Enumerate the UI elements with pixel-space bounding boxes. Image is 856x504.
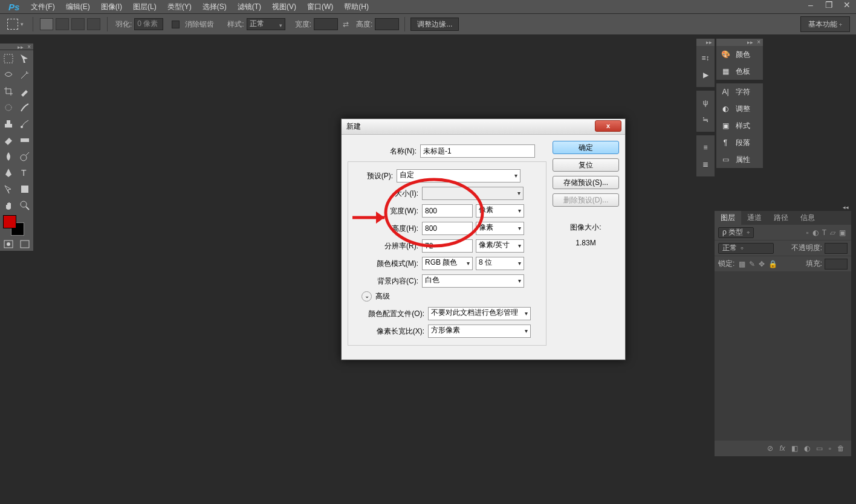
menu-window[interactable]: 窗口(W) xyxy=(307,2,333,12)
heal-tool[interactable] xyxy=(0,99,16,115)
wand-tool[interactable] xyxy=(16,66,33,83)
pen-tool[interactable] xyxy=(0,164,16,181)
lasso-tool[interactable] xyxy=(0,66,16,83)
eraser-tool[interactable] xyxy=(0,132,16,148)
adjustment-layer-icon[interactable]: ◐ xyxy=(804,444,810,453)
height-input[interactable] xyxy=(375,18,399,30)
lock-all-icon[interactable]: 🔒 xyxy=(768,260,777,268)
layer-kind-filter[interactable]: ρ 类型÷ xyxy=(718,227,754,238)
menu-help[interactable]: 帮助(H) xyxy=(344,2,369,12)
foreground-color[interactable] xyxy=(3,215,16,228)
eyedropper-tool[interactable] xyxy=(16,83,33,99)
panel-styles[interactable]: ▣样式 xyxy=(716,117,763,134)
move-tool[interactable] xyxy=(16,50,33,66)
menu-edit[interactable]: 编辑(E) xyxy=(66,2,90,12)
active-tool-icon[interactable] xyxy=(7,19,18,30)
crop-tool[interactable] xyxy=(0,83,16,99)
filter-shape-icon[interactable]: ▱ xyxy=(830,228,835,237)
panel-character[interactable]: A|字符 xyxy=(716,83,763,100)
resolution-unit-select[interactable]: 像素/英寸▾ xyxy=(476,239,524,253)
ok-button[interactable]: 确定 xyxy=(553,141,619,154)
quickmask-icon[interactable] xyxy=(0,237,16,251)
tab-channels[interactable]: 通道 xyxy=(741,211,768,225)
lock-pos-icon[interactable]: ✥ xyxy=(759,260,765,268)
menu-view[interactable]: 视图(V) xyxy=(272,2,296,12)
actions-icon[interactable]: ▶ xyxy=(699,68,712,82)
resolution-input[interactable] xyxy=(422,239,473,253)
dialog-titlebar[interactable]: 新建 x xyxy=(342,119,625,135)
tab-paths[interactable]: 路径 xyxy=(768,211,794,225)
blur-tool[interactable] xyxy=(0,148,16,164)
fill-input[interactable] xyxy=(825,259,848,270)
par-select[interactable]: 方形像素▾ xyxy=(428,325,531,338)
width-input[interactable] xyxy=(314,18,338,30)
minimize-button[interactable]: – xyxy=(802,0,820,13)
gradient-tool[interactable] xyxy=(16,132,33,148)
stamp-tool[interactable] xyxy=(0,115,16,132)
sel-sub-icon[interactable] xyxy=(71,18,85,30)
panel-properties[interactable]: ▭属性 xyxy=(716,151,763,168)
dodge-tool[interactable] xyxy=(16,148,33,164)
type-tool[interactable]: T xyxy=(16,164,33,181)
tool-caret[interactable]: ▾ xyxy=(21,21,24,27)
height-unit-select[interactable]: 像素▾ xyxy=(476,222,524,235)
tab-layers[interactable]: 图层 xyxy=(715,211,741,225)
depth-select[interactable]: 8 位▾ xyxy=(476,257,524,270)
brush-presets-icon[interactable]: ψ xyxy=(699,96,712,109)
paragraph-styles-icon[interactable]: ≡ xyxy=(699,141,712,154)
lock-paint-icon[interactable]: ✎ xyxy=(749,260,755,268)
menu-layer[interactable]: 图层(L) xyxy=(133,2,157,12)
advanced-toggle[interactable]: ⌄ 高级 xyxy=(362,291,545,302)
width-unit-select[interactable]: 像素▾ xyxy=(476,204,524,218)
feather-input[interactable]: 0 像素 xyxy=(134,18,163,30)
mask-icon[interactable]: ◧ xyxy=(791,444,798,453)
filter-adjust-icon[interactable]: ◐ xyxy=(812,228,819,237)
color-swatches[interactable] xyxy=(0,213,33,237)
sel-new-icon[interactable] xyxy=(40,18,53,30)
menu-select[interactable]: 选择(S) xyxy=(203,2,227,12)
profile-select[interactable]: 不要对此文档进行色彩管理▾ xyxy=(428,307,531,320)
shape-tool[interactable] xyxy=(16,181,33,197)
filter-smart-icon[interactable]: ▣ xyxy=(839,228,846,237)
save-preset-button[interactable]: 存储预设(S)... xyxy=(553,176,619,189)
workspace-switcher[interactable]: 基本功能 ÷ xyxy=(800,16,850,32)
mode-select[interactable]: RGB 颜色▾ xyxy=(422,257,473,270)
preset-select[interactable]: 自定▾ xyxy=(397,169,520,183)
name-input[interactable] xyxy=(420,144,535,158)
char-styles-icon[interactable]: ≣ xyxy=(699,158,712,171)
antialias-checkbox[interactable] xyxy=(172,21,180,28)
panel-adjust[interactable]: ◐调整 xyxy=(716,100,763,117)
style-select[interactable]: 正常▾ xyxy=(247,18,285,30)
screenmode-icon[interactable] xyxy=(16,237,33,251)
maximize-button[interactable]: ❐ xyxy=(820,0,838,13)
brush-settings-icon[interactable]: ≒ xyxy=(699,113,712,126)
filter-type-icon[interactable]: T xyxy=(822,228,826,237)
marquee-tool[interactable] xyxy=(0,50,16,66)
path-select-tool[interactable] xyxy=(0,181,16,197)
swap-wh-icon[interactable]: ⇄ xyxy=(343,20,349,28)
width-input[interactable] xyxy=(422,204,473,218)
menu-type[interactable]: 类型(Y) xyxy=(167,2,192,12)
hand-tool[interactable] xyxy=(0,197,16,213)
link-layers-icon[interactable]: ⊘ xyxy=(767,444,773,453)
sel-add-icon[interactable] xyxy=(56,18,69,30)
panel-swatches[interactable]: ▦色板 xyxy=(716,63,763,80)
trash-icon[interactable]: 🗑 xyxy=(837,444,845,453)
zoom-tool[interactable] xyxy=(16,197,33,213)
fx-icon[interactable]: fx xyxy=(779,444,785,453)
cancel-button[interactable]: 复位 xyxy=(553,158,619,172)
filter-pixel-icon[interactable]: ▫ xyxy=(806,228,808,237)
brush-tool[interactable] xyxy=(16,99,33,115)
menu-image[interactable]: 图像(I) xyxy=(101,2,122,12)
bg-select[interactable]: 白色▾ xyxy=(422,274,524,288)
close-button[interactable]: ✕ xyxy=(838,0,856,13)
panel-paragraph[interactable]: ¶段落 xyxy=(716,134,763,151)
panel-color[interactable]: 🎨颜色 xyxy=(716,46,763,63)
group-icon[interactable]: ▭ xyxy=(816,444,823,453)
new-layer-icon[interactable]: ▫ xyxy=(829,444,831,453)
lock-trans-icon[interactable]: ▩ xyxy=(739,260,745,268)
sel-int-icon[interactable] xyxy=(87,18,100,30)
opacity-input[interactable] xyxy=(825,243,848,254)
history-icon[interactable]: ≡↕ xyxy=(699,51,712,65)
height-input[interactable] xyxy=(422,222,473,235)
